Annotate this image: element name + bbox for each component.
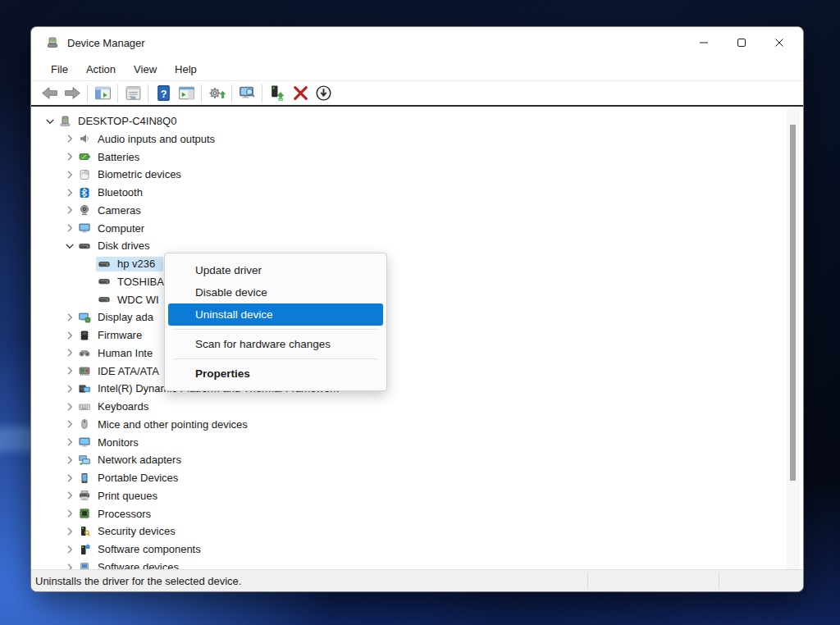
tree-item-label: Monitors [98,436,139,449]
chevron-right-icon [63,489,76,502]
mouse-icon [78,417,91,431]
tree-item-content: Print queues [76,488,166,503]
tree-item-monitors[interactable]: Monitors [63,434,147,451]
tree-item-content: Batteries [76,149,148,164]
disk-icon [78,240,91,253]
tree-item-processors[interactable]: Processors [63,505,159,522]
tree-item-keyboards[interactable]: Keyboards [63,398,157,415]
chevron-right-icon [63,329,76,342]
tree-item-audio-inputs-and-outputs[interactable]: Audio inputs and outputs [63,130,223,148]
portable-device-icon [78,472,91,485]
search-computer-button[interactable] [235,83,258,104]
tree-item-label: hp v236 [117,258,155,270]
desktop: { "window": { "title": "Device Manager",… [0,0,840,625]
vertical-scrollbar[interactable] [787,108,800,571]
tree-item-content: Bluetooth [76,185,151,200]
tree-item-label: DESKTOP-C4IN8Q0 [78,115,176,127]
help-button[interactable]: ? [152,83,175,104]
update-driver-button[interactable] [266,83,289,104]
tree-item-network-adapters[interactable]: Network adapters [63,451,189,468]
chevron-right-icon [63,364,76,377]
uninstall-device-button[interactable] [289,83,312,104]
menu-item-uninstall-device[interactable]: Uninstall device [168,303,383,326]
display-adapter-icon [78,311,91,324]
tree-item-print-queues[interactable]: Print queues [63,487,166,504]
monitor-icon [78,436,91,449]
battery-icon [78,150,91,163]
device-manager-icon [46,36,59,49]
properties-button[interactable] [121,83,144,104]
action-pane-button[interactable] [175,83,198,104]
tree-item-label: Disk drives [98,240,150,252]
tree-item-software-components[interactable]: Software components [63,541,209,558]
menu-file[interactable]: File [42,60,77,79]
back-icon [40,84,59,103]
toolbar-separator [117,84,118,103]
tree-item-computer[interactable]: Computer [63,220,153,237]
bluetooth-icon [78,186,91,199]
tree-item-content: WDC WI [96,292,167,307]
software-component-icon [78,543,91,556]
scrollbar-thumb[interactable] [790,125,796,481]
tree-item-hp-v236[interactable]: hp v236 [83,255,163,272]
back-button[interactable] [38,83,61,104]
chevron-spacer [83,258,96,271]
status-divider [719,573,719,589]
tree-item-display-ada[interactable]: Display ada [63,308,162,326]
tree-item-security-devices[interactable]: Security devices [63,522,184,540]
menu-item-properties[interactable]: Properties [168,363,383,385]
tree-item-human-inte[interactable]: Human Inte [63,344,161,362]
tree-item-biometric-devices[interactable]: Biometric devices [63,166,189,183]
minimize-button[interactable] [685,27,723,58]
tree-item-content: IDE ATA/ATA [76,363,167,378]
menu-action[interactable]: Action [77,60,125,79]
scan-for-hardware-changes-button[interactable] [205,83,228,104]
tree-item-content: Cameras [76,203,149,217]
disable-device-button[interactable] [312,83,335,104]
show-console-tree-button[interactable] [91,83,114,104]
chevron-right-icon [63,382,76,395]
menu-view[interactable]: View [125,60,166,79]
forward-button[interactable] [61,83,84,104]
tree-item-wdc-wi[interactable]: WDC WI [83,291,167,308]
menu-item-disable-device[interactable]: Disable device [168,281,383,303]
chevron-right-icon [63,186,76,199]
tree-item-portable-devices[interactable]: Portable Devices [63,469,186,486]
scan-hardware-icon [208,84,226,103]
tree-item-label: Security devices [98,525,176,537]
tree-item-bluetooth[interactable]: Bluetooth [63,184,151,201]
chevron-right-icon [63,417,76,431]
fingerprint-icon [78,168,91,181]
tree-item-batteries[interactable]: Batteries [63,148,148,166]
tree-item-label: Firmware [98,329,142,341]
tree-item-ide-ata-ata[interactable]: IDE ATA/ATA [63,363,167,380]
chevron-right-icon [63,436,76,449]
chevron-right-icon [63,203,76,217]
maximize-button[interactable] [723,27,760,58]
chevron-right-icon [63,472,76,485]
toolbar-separator [201,84,202,103]
tree-item-label: TOSHIBA [117,276,164,288]
tree-item-mice-and-other-pointing-devices[interactable]: Mice and other pointing devices [63,416,256,433]
menu-help[interactable]: Help [166,60,206,79]
toolbar-separator [231,84,232,103]
ide-icon [78,364,91,377]
tree-item-content: Mice and other pointing devices [76,417,256,431]
device-manager-window: Device Manager FileActionViewHelp ? DESK… [30,26,804,592]
maximize-icon [737,38,746,48]
tree-item-toshiba[interactable]: TOSHIBA [83,273,172,290]
menu-item-update-driver[interactable]: Update driver [168,259,383,281]
tree-item-label: Software components [98,543,201,555]
window-controls [685,27,798,58]
tree-item-content: TOSHIBA [96,274,172,289]
menu-item-scan-for-hardware-changes[interactable]: Scan for hardware changes [168,333,383,355]
tree-item-cameras[interactable]: Cameras [63,202,149,219]
close-button[interactable] [760,27,798,58]
processor-icon [78,507,91,520]
tree-item-label: Display ada [98,311,153,323]
tree-item-desktop-c4in8q0[interactable]: DESKTOP-C4IN8Q0 [43,112,185,130]
tree-item-content: Firmware [76,328,150,343]
tree-item-disk-drives[interactable]: Disk drives [63,237,158,254]
tree-item-firmware[interactable]: Firmware [63,326,150,344]
chevron-right-icon [63,346,76,359]
